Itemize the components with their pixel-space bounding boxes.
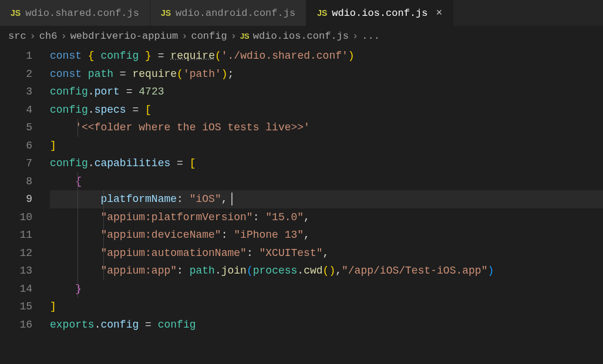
close-icon[interactable]: × (436, 7, 443, 19)
code-editor[interactable]: 1 2 3 4 5 6 7 8 9 10 11 12 13 14 15 16 c… (0, 46, 603, 333)
tab-wdio-ios[interactable]: JS wdio.ios.conf.js × (306, 0, 453, 26)
tab-label: wdio.shared.conf.js (25, 8, 139, 19)
line-number[interactable]: 15 (0, 298, 32, 316)
line-number[interactable]: 8 (0, 173, 32, 191)
breadcrumb-part[interactable]: src (8, 31, 26, 42)
line-number[interactable]: 3 (0, 83, 32, 101)
js-icon: JS (240, 32, 250, 41)
code-line[interactable]: "appium:automationName": "XCUITest", (50, 244, 603, 262)
code-line[interactable]: "appium:deviceName": "iPhone 13", (50, 226, 603, 244)
code-line[interactable]: const { config } = require('./wdio.share… (50, 47, 603, 65)
line-number[interactable]: 14 (0, 280, 32, 298)
line-number[interactable]: 12 (0, 244, 32, 262)
code-area[interactable]: const { config } = require('./wdio.share… (50, 47, 603, 333)
line-number[interactable]: 7 (0, 154, 32, 173)
line-number[interactable]: 11 (0, 226, 32, 244)
code-line[interactable]: exports.config = config (50, 316, 603, 334)
code-line[interactable]: const path = require('path'); (50, 65, 603, 83)
breadcrumb-part[interactable]: config (191, 31, 227, 42)
code-line[interactable]: ] (50, 137, 603, 155)
code-line[interactable]: config.port = 4723 (50, 83, 603, 101)
line-number[interactable]: 2 (0, 65, 32, 83)
line-number[interactable]: 4 (0, 101, 32, 119)
js-icon: JS (317, 8, 327, 18)
code-line[interactable]: } (50, 280, 603, 298)
code-line[interactable]: config.capabilities = [ (50, 154, 603, 173)
tab-wdio-android[interactable]: JS wdio.android.conf.js (150, 0, 306, 26)
code-line[interactable]: config.specs = [ (50, 101, 603, 119)
line-number[interactable]: 10 (0, 208, 32, 227)
tab-label: wdio.ios.conf.js (332, 8, 427, 19)
chevron-right-icon: › (30, 31, 36, 42)
line-number[interactable]: 1 (0, 47, 32, 65)
tab-wdio-shared[interactable]: JS wdio.shared.conf.js (0, 0, 150, 26)
code-line[interactable]: '<<folder where the iOS tests live>>' (50, 119, 603, 137)
line-number-gutter: 1 2 3 4 5 6 7 8 9 10 11 12 13 14 15 16 (0, 47, 50, 333)
code-line[interactable]: "appium:app": path.join(process.cwd(),"/… (50, 262, 603, 280)
breadcrumb-part[interactable]: webdriverio-appium (70, 31, 178, 42)
chevron-right-icon: › (231, 31, 237, 42)
code-line[interactable]: ] (50, 298, 603, 316)
code-line[interactable]: platformName: "iOS", (50, 190, 603, 208)
line-number[interactable]: 16 (0, 316, 32, 334)
breadcrumb[interactable]: src › ch6 › webdriverio-appium › config … (0, 26, 603, 46)
js-icon: JS (11, 8, 21, 18)
js-icon: JS (161, 8, 171, 18)
text-cursor (231, 193, 233, 205)
chevron-right-icon: › (60, 31, 66, 42)
code-line[interactable]: "appium:platformVersion": "15.0", (50, 208, 603, 227)
code-line[interactable]: { (50, 173, 603, 191)
line-number[interactable]: 9 (0, 190, 32, 208)
tab-bar: JS wdio.shared.conf.js JS wdio.android.c… (0, 0, 603, 26)
line-number[interactable]: 13 (0, 262, 32, 280)
breadcrumb-part[interactable]: ch6 (39, 31, 58, 42)
chevron-right-icon: › (352, 31, 358, 42)
line-number[interactable]: 6 (0, 137, 32, 155)
tab-label: wdio.android.conf.js (176, 8, 295, 19)
line-number[interactable]: 5 (0, 119, 32, 137)
chevron-right-icon: › (181, 31, 187, 42)
breadcrumb-trail[interactable]: ... (362, 31, 380, 42)
breadcrumb-file[interactable]: wdio.ios.conf.js (253, 31, 349, 42)
